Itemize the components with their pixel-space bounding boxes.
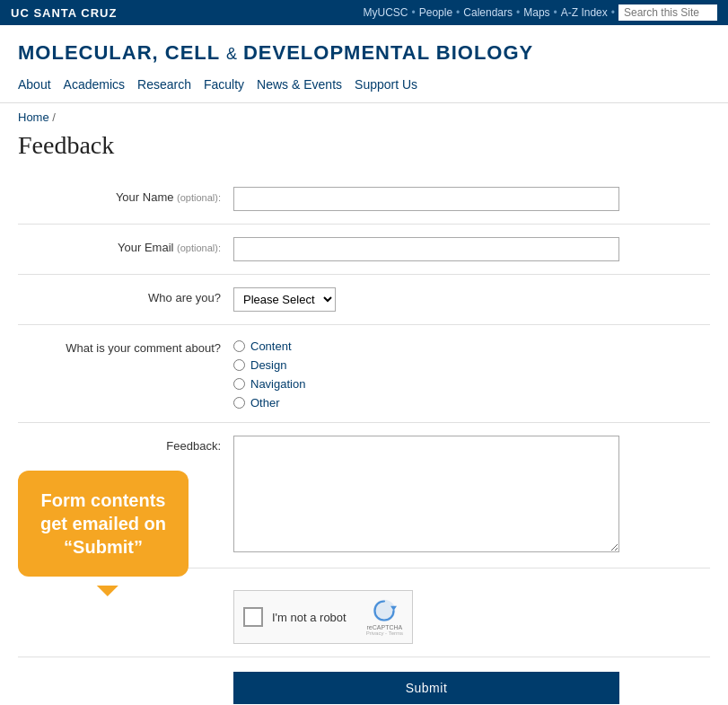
top-links: MyUCSC • People • Calendars • Maps • A-Z… (364, 6, 618, 19)
site-header: MOLECULAR, CELL & DEVELOPMENTAL BIOLOGY … (0, 25, 728, 103)
recaptcha-brand: reCAPTCHA (367, 624, 403, 630)
site-title-part1: MOLECULAR, CELL (18, 41, 220, 64)
who-row: Who are you? Please Select Student Facul… (18, 275, 710, 325)
search-input[interactable] (618, 4, 717, 21)
content-area: Form contents get emailed on “Submit” Yo… (0, 174, 728, 705)
comment-type-label: What is your comment about? (18, 338, 233, 355)
comment-type-row: What is your comment about? Content Desi… (18, 325, 710, 423)
radio-navigation-text: Navigation (250, 377, 305, 391)
people-link[interactable]: People (419, 6, 452, 19)
who-field: Please Select Student Faculty Staff Alum… (233, 287, 710, 312)
sep3: • (516, 6, 520, 19)
site-title-part2: DEVELOPMENTAL BIOLOGY (243, 41, 533, 64)
who-label: Who are you? (18, 287, 233, 304)
recaptcha-label: I'm not a robot (272, 611, 346, 624)
recaptcha-icon (372, 598, 397, 623)
calendars-link[interactable]: Calendars (463, 6, 513, 19)
radio-design-text: Design (250, 358, 286, 372)
feedback-textarea[interactable] (233, 436, 619, 552)
radio-design-label[interactable]: Design (233, 358, 710, 372)
who-select[interactable]: Please Select Student Faculty Staff Alum… (233, 287, 336, 312)
nav-academics[interactable]: Academics (64, 74, 137, 95)
nav-faculty[interactable]: Faculty (204, 74, 257, 95)
main-nav: About Academics Research Faculty News & … (18, 74, 710, 95)
recaptcha-checkbox[interactable] (243, 607, 263, 627)
tooltip-bubble: Form contents get emailed on “Submit” (18, 471, 189, 577)
breadcrumb-home[interactable]: Home (18, 110, 49, 124)
radio-content-label[interactable]: Content (233, 339, 710, 353)
nav-news-events[interactable]: News & Events (257, 74, 355, 95)
submit-button[interactable]: Submit (233, 672, 619, 704)
top-bar: UC SANTA CRUZ MyUCSC • People • Calendar… (0, 0, 728, 25)
nav-research[interactable]: Research (137, 74, 204, 95)
sep1: • (412, 6, 416, 19)
feedback-field (233, 436, 710, 555)
comment-type-field: Content Design Navigation Other (233, 338, 710, 410)
name-label: Your Name (optional): (18, 187, 233, 204)
ucsc-logo: UC SANTA CRUZ (11, 6, 117, 20)
nav-about[interactable]: About (18, 74, 64, 95)
recaptcha-privacy-terms: Privacy - Terms (366, 630, 403, 636)
site-title: MOLECULAR, CELL & DEVELOPMENTAL BIOLOGY (18, 41, 710, 65)
name-optional: (optional): (177, 192, 221, 203)
radio-navigation[interactable] (233, 378, 245, 390)
sep5: • (611, 6, 615, 19)
recaptcha-box[interactable]: I'm not a robot reCAPTCHA Privacy - Term… (233, 590, 413, 644)
email-row: Your Email (optional): (18, 225, 710, 275)
recaptcha-field: I'm not a robot reCAPTCHA Privacy - Term… (233, 581, 710, 644)
email-field (233, 237, 710, 261)
radio-content[interactable] (233, 340, 245, 352)
radio-navigation-label[interactable]: Navigation (233, 377, 710, 391)
az-index-link[interactable]: A-Z Index (561, 6, 608, 19)
maps-link[interactable]: Maps (523, 6, 549, 19)
radio-other-label[interactable]: Other (233, 396, 710, 410)
name-input[interactable] (233, 187, 619, 211)
name-field (233, 187, 710, 211)
email-optional: (optional): (177, 242, 221, 253)
page-title: Feedback (0, 128, 728, 174)
recaptcha-logo: reCAPTCHA Privacy - Terms (366, 598, 403, 636)
radio-other-text: Other (250, 396, 280, 410)
submit-label-spacer (18, 672, 233, 675)
radio-other[interactable] (233, 397, 245, 409)
myucsc-link[interactable]: MyUCSC (364, 6, 408, 19)
svg-point-0 (373, 600, 396, 622)
email-input[interactable] (233, 237, 619, 261)
radio-content-text: Content (250, 339, 292, 353)
radio-design[interactable] (233, 359, 245, 371)
name-row: Your Name (optional): (18, 174, 710, 225)
sep4: • (554, 6, 557, 19)
sep2: • (456, 6, 460, 19)
email-label: Your Email (optional): (18, 237, 233, 254)
feedback-label: Feedback: (18, 436, 233, 453)
radio-group: Content Design Navigation Other (233, 338, 710, 410)
recaptcha-spacer (18, 581, 233, 585)
tooltip-text: Form contents get emailed on “Submit” (40, 490, 166, 557)
breadcrumb-separator: / (52, 110, 56, 124)
recaptcha-row: I'm not a robot reCAPTCHA Privacy - Term… (18, 568, 710, 657)
nav-support-us[interactable]: Support Us (355, 74, 430, 95)
submit-row: Submit (18, 657, 710, 705)
submit-field: Submit (233, 672, 710, 704)
breadcrumb: Home / (0, 103, 728, 128)
site-title-amp: & (226, 45, 243, 63)
